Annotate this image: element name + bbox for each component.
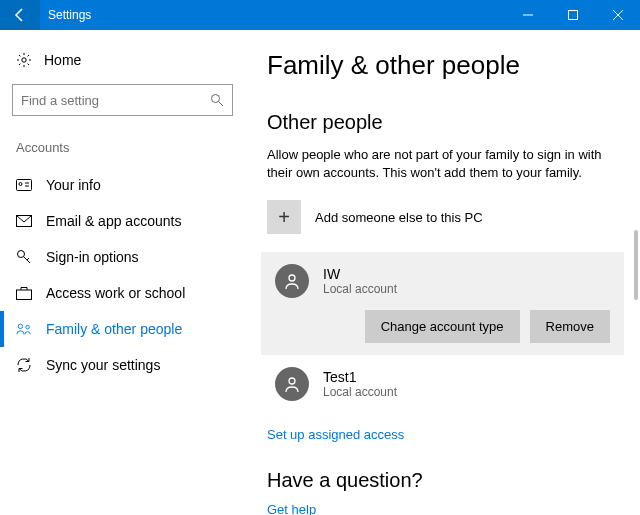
other-people-desc: Allow people who are not part of your fa… xyxy=(267,146,618,182)
nav-label: Your info xyxy=(46,177,101,193)
title-bar: Settings xyxy=(0,0,640,30)
svg-point-2 xyxy=(22,58,26,62)
nav-signin-options[interactable]: Sign-in options xyxy=(0,239,233,275)
svg-point-6 xyxy=(19,183,22,186)
mail-icon xyxy=(16,213,32,229)
close-icon xyxy=(613,10,623,20)
question-heading: Have a question? xyxy=(267,469,618,492)
scrollbar-thumb[interactable] xyxy=(634,230,638,300)
add-label: Add someone else to this PC xyxy=(315,210,483,225)
nav-email-accounts[interactable]: Email & app accounts xyxy=(0,203,233,239)
account-name: Test1 xyxy=(323,369,397,385)
close-button[interactable] xyxy=(595,0,640,30)
avatar-icon xyxy=(275,367,309,401)
account-type: Local account xyxy=(323,385,397,399)
nav-family-people[interactable]: Family & other people xyxy=(0,311,233,347)
minimize-button[interactable] xyxy=(505,0,550,30)
main-panel: Family & other people Other people Allow… xyxy=(245,30,640,515)
maximize-icon xyxy=(568,10,578,20)
svg-line-4 xyxy=(219,102,224,107)
account-card-iw[interactable]: IW Local account Change account type Rem… xyxy=(261,252,624,355)
nav-label: Family & other people xyxy=(46,321,182,337)
briefcase-icon xyxy=(16,285,32,301)
account-name: IW xyxy=(323,266,397,282)
nav-label: Access work or school xyxy=(46,285,185,301)
key-icon xyxy=(16,249,32,265)
svg-rect-13 xyxy=(17,290,32,300)
svg-rect-5 xyxy=(17,180,32,191)
window-title: Settings xyxy=(40,8,505,22)
window-controls xyxy=(505,0,640,30)
home-button[interactable]: Home xyxy=(12,46,233,74)
other-people-heading: Other people xyxy=(267,111,618,134)
svg-point-3 xyxy=(212,95,220,103)
arrow-left-icon xyxy=(12,7,28,23)
nav-label: Email & app accounts xyxy=(46,213,181,229)
svg-point-16 xyxy=(289,275,295,281)
category-label: Accounts xyxy=(12,140,233,155)
svg-rect-1 xyxy=(568,11,577,20)
svg-point-10 xyxy=(18,251,25,258)
gear-icon xyxy=(16,52,32,68)
plus-icon: + xyxy=(267,200,301,234)
svg-point-15 xyxy=(26,325,30,329)
back-button[interactable] xyxy=(0,0,40,30)
sync-icon xyxy=(16,357,32,373)
get-help-link[interactable]: Get help xyxy=(267,502,316,515)
svg-line-12 xyxy=(27,258,29,260)
page-title: Family & other people xyxy=(267,50,618,81)
search-icon xyxy=(210,93,224,107)
home-label: Home xyxy=(44,52,81,68)
nav-label: Sign-in options xyxy=(46,249,139,265)
maximize-button[interactable] xyxy=(550,0,595,30)
assigned-access-link[interactable]: Set up assigned access xyxy=(267,427,404,442)
minimize-icon xyxy=(523,10,533,20)
sidebar: Home Accounts Your info Email & app acco… xyxy=(0,30,245,515)
change-account-type-button[interactable]: Change account type xyxy=(365,310,520,343)
search-box[interactable] xyxy=(12,84,233,116)
account-card-test1[interactable]: Test1 Local account xyxy=(261,355,624,413)
remove-account-button[interactable]: Remove xyxy=(530,310,610,343)
nav-label: Sync your settings xyxy=(46,357,160,373)
add-someone-button[interactable]: + Add someone else to this PC xyxy=(267,200,618,234)
nav-access-work[interactable]: Access work or school xyxy=(0,275,233,311)
svg-point-17 xyxy=(289,378,295,384)
id-card-icon xyxy=(16,177,32,193)
svg-point-14 xyxy=(18,324,22,328)
people-icon xyxy=(16,321,32,337)
search-input[interactable] xyxy=(21,93,210,108)
nav-sync-settings[interactable]: Sync your settings xyxy=(0,347,233,383)
nav-your-info[interactable]: Your info xyxy=(0,167,233,203)
avatar-icon xyxy=(275,264,309,298)
account-type: Local account xyxy=(323,282,397,296)
